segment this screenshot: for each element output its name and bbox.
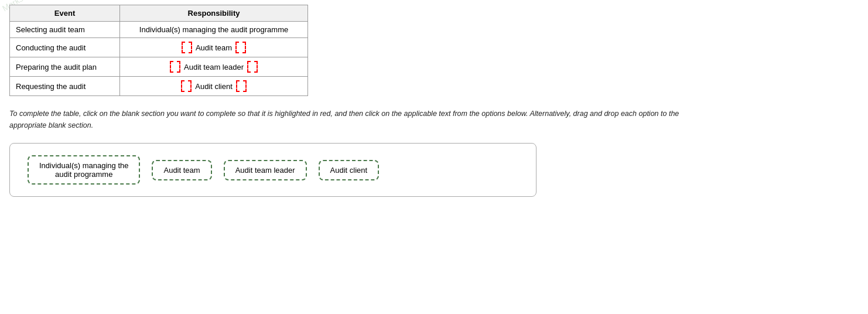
responsibility-cell-1[interactable]: Audit team xyxy=(120,38,308,57)
drop-zone-left-3[interactable] xyxy=(181,80,192,92)
drop-zone-left-2[interactable] xyxy=(170,61,180,73)
filled-text-0: Individual(s) managing the audit program… xyxy=(139,25,288,34)
responsibility-cell-3[interactable]: Audit client xyxy=(120,77,308,96)
main-content: Event Responsibility Selecting audit tea… xyxy=(0,0,868,202)
option-opt4[interactable]: Audit client xyxy=(319,160,380,180)
drop-zone-right-2[interactable] xyxy=(247,61,258,73)
event-cell-2: Preparing the audit plan xyxy=(10,57,120,77)
filled-content-1: Audit team xyxy=(125,42,303,53)
option-opt1[interactable]: Individual(s) managing theaudit programm… xyxy=(28,155,140,185)
col2-header: Responsibility xyxy=(120,5,308,22)
filled-content-2: Audit team leader xyxy=(125,61,303,73)
audit-table: Event Responsibility Selecting audit tea… xyxy=(9,5,308,96)
option-opt3[interactable]: Audit team leader xyxy=(224,160,307,180)
event-cell-0: Selecting audit team xyxy=(10,22,120,38)
event-cell-3: Requesting the audit xyxy=(10,77,120,96)
filled-text-2: Audit team leader xyxy=(184,63,244,71)
col1-header: Event xyxy=(10,5,120,22)
filled-text-1: Audit team xyxy=(196,43,232,52)
drop-zone-left-1[interactable] xyxy=(182,42,192,53)
drop-zone-right-3[interactable] xyxy=(236,80,247,92)
option-opt2[interactable]: Audit team xyxy=(152,160,211,180)
responsibility-cell-2[interactable]: Audit team leader xyxy=(120,57,308,77)
drop-zone-right-1[interactable] xyxy=(235,42,246,53)
options-container: Individual(s) managing theaudit programm… xyxy=(9,143,536,197)
filled-content-3: Audit client xyxy=(125,80,303,92)
filled-text-3: Audit client xyxy=(195,82,233,91)
instruction-text: To complete the table, click on the blan… xyxy=(9,108,712,131)
event-cell-1: Conducting the audit xyxy=(10,38,120,57)
responsibility-cell-0[interactable]: Individual(s) managing the audit program… xyxy=(120,22,308,38)
